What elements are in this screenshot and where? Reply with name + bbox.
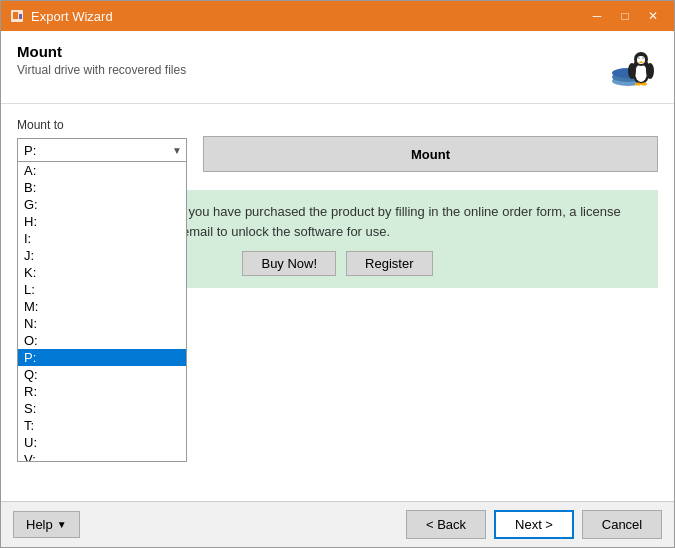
window-icon [9,8,25,24]
main-content: Mount to P: ▼ A:B:G:H:I:J:K:L:M:N:O:P:Q:… [1,104,674,501]
help-button[interactable]: Help ▼ [13,511,80,538]
next-button[interactable]: Next > [494,510,574,539]
svg-point-15 [628,63,636,79]
svg-point-16 [646,63,654,79]
dropdown-item[interactable]: J: [18,247,186,264]
dropdown-item[interactable]: L: [18,281,186,298]
dropdown-item[interactable]: M: [18,298,186,315]
dropdown-item[interactable]: O: [18,332,186,349]
mount-row: Mount to P: ▼ A:B:G:H:I:J:K:L:M:N:O:P:Q:… [17,118,658,172]
dropdown-item[interactable]: A: [18,162,186,179]
dropdown-item[interactable]: I: [18,230,186,247]
window-title: Export Wizard [31,9,584,24]
dropdown-container: P: ▼ A:B:G:H:I:J:K:L:M:N:O:P:Q:R:S:T:U:V… [17,138,187,162]
dropdown-item[interactable]: S: [18,400,186,417]
dropdown-item[interactable]: Q: [18,366,186,383]
mount-to-label: Mount to [17,118,187,132]
help-label: Help [26,517,53,532]
export-wizard-window: Export Wizard ─ □ ✕ Mount Virtual drive … [0,0,675,548]
buy-now-button[interactable]: Buy Now! [242,251,336,276]
footer: Help ▼ < Back Next > Cancel [1,501,674,547]
dropdown-item[interactable]: K: [18,264,186,281]
dropdown-item[interactable]: B: [18,179,186,196]
dropdown-item[interactable]: T: [18,417,186,434]
dropdown-arrow-icon: ▼ [172,145,182,156]
mount-button[interactable]: Mount [203,136,658,172]
svg-point-18 [641,83,647,86]
back-button[interactable]: < Back [406,510,486,539]
help-arrow-icon: ▼ [57,519,67,530]
svg-point-13 [642,57,643,58]
dropdown-item[interactable]: R: [18,383,186,400]
svg-point-12 [638,57,639,58]
svg-rect-1 [13,12,18,19]
maximize-button[interactable]: □ [612,6,638,26]
header-text: Mount Virtual drive with recovered files [17,43,186,77]
window-controls: ─ □ ✕ [584,6,666,26]
dropdown-item[interactable]: P: [18,349,186,366]
dropdown-item[interactable]: N: [18,315,186,332]
minimize-button[interactable]: ─ [584,6,610,26]
page-subtitle: Virtual drive with recovered files [17,63,186,77]
mount-dropdown-trigger[interactable]: P: ▼ [17,138,187,162]
svg-point-17 [635,83,641,86]
dropdown-item[interactable]: U: [18,434,186,451]
svg-rect-2 [19,14,22,19]
dropdown-list: A:B:G:H:I:J:K:L:M:N:O:P:Q:R:S:T:U:V:W:X:… [17,162,187,462]
svg-point-7 [635,64,647,82]
header-icon [608,43,658,93]
cancel-button[interactable]: Cancel [582,510,662,539]
page-title: Mount [17,43,186,60]
dropdown-item[interactable]: H: [18,213,186,230]
footer-nav: < Back Next > Cancel [406,510,662,539]
header-section: Mount Virtual drive with recovered files [1,31,674,104]
selected-drive: P: [24,143,36,158]
dropdown-item[interactable]: V: [18,451,186,462]
content-area: Mount Virtual drive with recovered files [1,31,674,547]
close-button[interactable]: ✕ [640,6,666,26]
dropdown-item[interactable]: G: [18,196,186,213]
register-button[interactable]: Register [346,251,432,276]
mount-left: Mount to P: ▼ A:B:G:H:I:J:K:L:M:N:O:P:Q:… [17,118,187,162]
title-bar: Export Wizard ─ □ ✕ [1,1,674,31]
mount-button-area: Mount [203,118,658,172]
